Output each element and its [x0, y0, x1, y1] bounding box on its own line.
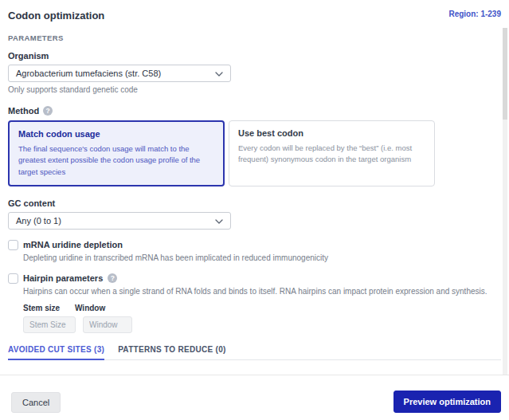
method-option-description: The final sequence's codon usage will ma…	[18, 143, 214, 178]
window-input[interactable]	[83, 316, 132, 333]
stem-size-label: Stem size	[23, 304, 75, 312]
hairpin-helper-text: Hairpins can occur when a single strand …	[23, 287, 501, 296]
chevron-down-icon	[215, 69, 223, 78]
gc-content-select[interactable]: Any (0 to 1)	[8, 212, 231, 230]
tab-patterns-to-reduce[interactable]: PATTERNS TO REDUCE (0)	[118, 345, 226, 359]
dialog-header: Codon optimization Region: 1-239	[8, 0, 501, 22]
method-option-title: Match codon usage	[18, 129, 214, 139]
scrollbar-track	[503, 28, 507, 375]
gc-content-select-value: Any (0 to 1)	[16, 216, 61, 226]
mrna-uridine-depletion-checkbox[interactable]	[8, 240, 18, 250]
method-label: Method	[8, 106, 39, 116]
method-option-title: Use best codon	[238, 128, 425, 138]
help-icon[interactable]: ?	[43, 106, 53, 116]
mrna-uridine-depletion-label[interactable]: mRNA uridine depletion	[23, 240, 123, 249]
tab-avoided-cut-sites[interactable]: AVOIDED CUT SITES (3)	[8, 345, 104, 360]
gc-content-label: GC content	[8, 198, 501, 208]
preview-optimization-button[interactable]: Preview optimization	[393, 391, 501, 413]
method-option-match-codon-usage[interactable]: Match codon usage The final sequence's c…	[8, 120, 225, 186]
cut-sites-tabs: AVOIDED CUT SITES (3) PATTERNS TO REDUCE…	[8, 345, 501, 360]
organism-select-value: Agrobacterium tumefaciens (str. C58)	[16, 69, 161, 78]
method-option-description: Every codon will be replaced by the “bes…	[238, 143, 425, 166]
mrna-uridine-helper-text: Depleting uridine in transcribed mRNA ha…	[23, 253, 501, 262]
organism-select[interactable]: Agrobacterium tumefaciens (str. C58)	[8, 65, 231, 82]
parameters-section-label: PARAMETERS	[8, 33, 501, 42]
dialog-footer: Cancel Preview optimization	[0, 375, 509, 420]
scrollbar-thumb[interactable]	[503, 28, 507, 120]
region-link[interactable]: Region: 1-239	[448, 10, 501, 18]
organism-helper-text: Only supports standard genetic code	[8, 85, 501, 94]
hairpin-parameters-checkbox[interactable]	[8, 273, 18, 284]
window-label: Window	[75, 304, 105, 312]
chevron-down-icon	[215, 216, 223, 226]
codon-optimization-dialog: Codon optimization Region: 1-239 PARAMET…	[0, 0, 509, 420]
stem-size-input[interactable]	[23, 316, 76, 333]
method-options: Match codon usage The final sequence's c…	[8, 120, 501, 186]
method-option-use-best-codon[interactable]: Use best codon Every codon will be repla…	[229, 120, 435, 186]
hairpin-parameters-label[interactable]: Hairpin parameters	[23, 273, 103, 283]
organism-label: Organism	[8, 51, 501, 61]
cancel-button[interactable]: Cancel	[11, 392, 61, 413]
help-icon[interactable]: ?	[108, 273, 117, 283]
page-title: Codon optimization	[8, 10, 104, 22]
